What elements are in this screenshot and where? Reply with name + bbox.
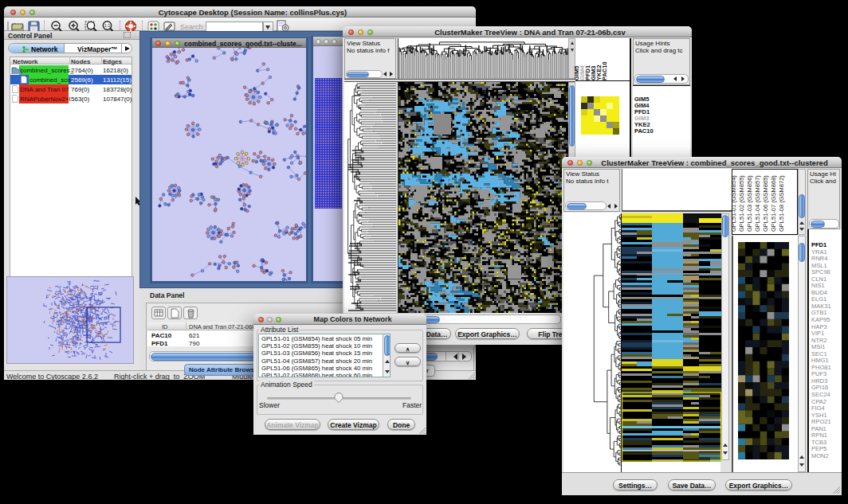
svg-text:1:1: 1:1 bbox=[104, 23, 111, 28]
